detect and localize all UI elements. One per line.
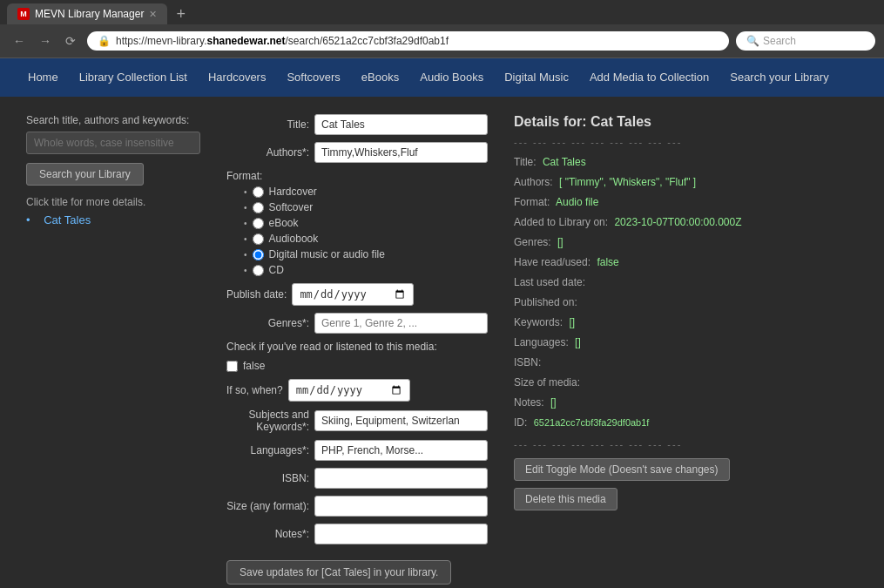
format-ebook: • eBook — [244, 217, 488, 229]
nav-library-collection[interactable]: Library Collection List — [69, 58, 198, 97]
right-panel: Details for: Cat Tales --- --- --- --- -… — [514, 114, 858, 585]
radio-ebook[interactable] — [253, 218, 264, 229]
nav-controls: ← → ⟳ — [9, 32, 80, 50]
isbn-input[interactable] — [314, 468, 488, 489]
subjects-row: Subjects and Keywords*: — [226, 409, 488, 433]
detail-keywords: Keywords: [] — [514, 314, 858, 330]
check-false-label: false — [243, 360, 265, 372]
format-hardcover-label: Hardcover — [269, 186, 317, 198]
search-input[interactable] — [26, 132, 200, 154]
edit-toggle-button[interactable]: Edit Toggle Mode (Doesn't save changes) — [514, 458, 730, 481]
detail-key-isbn: ISBN: — [514, 356, 541, 368]
ifso-label: If so, when? — [226, 384, 283, 396]
detail-val-title: Cat Tales — [543, 156, 586, 168]
detail-key-added: Added to Library on: — [514, 216, 608, 228]
radio-audiobook[interactable] — [253, 233, 264, 245]
bullet-icon: • — [244, 250, 247, 260]
genres-input[interactable] — [314, 313, 488, 334]
url-path: /search/6521a2cc7cbf3fa29df0ab1f — [286, 35, 449, 47]
detail-val-have-read: false — [597, 256, 618, 268]
ifso-date-input[interactable] — [288, 379, 410, 402]
bullet-icon: • — [26, 213, 30, 226]
notes-input[interactable] — [314, 524, 488, 544]
size-input[interactable] — [314, 496, 488, 517]
forward-button[interactable]: → — [35, 32, 56, 50]
bullet-icon: • — [244, 266, 247, 275]
detail-published: Published on: — [514, 294, 858, 310]
url-domain: shanedewar.net — [206, 35, 285, 47]
left-panel: Search title, authors and keywords: Sear… — [26, 114, 200, 585]
save-button[interactable]: Save updates for [Cat Tales] in your lib… — [226, 560, 451, 585]
address-bar[interactable]: 🔒 https://mevn-library.shanedewar.net/se… — [87, 31, 729, 51]
format-hardcover: • Hardcover — [244, 186, 488, 198]
detail-val-id: 6521a2cc7cbf3fa29df0ab1f — [534, 417, 650, 428]
result-link[interactable]: Cat Tales — [37, 213, 91, 226]
bullet-icon: • — [244, 234, 247, 244]
check-false-row: false — [226, 360, 488, 372]
genres-row: Genres*: — [226, 313, 488, 334]
reload-button[interactable]: ⟳ — [61, 32, 80, 50]
browser-search-box[interactable]: 🔍 Search — [736, 31, 875, 51]
url-display: https://mevn-library.shanedewar.net/sear… — [116, 35, 449, 47]
publish-row: Publish date: — [226, 283, 488, 306]
nav-home[interactable]: Home — [17, 58, 69, 97]
authors-row: Authors*: — [226, 142, 488, 163]
tab-close-icon[interactable]: ✕ — [149, 9, 157, 20]
size-label: Size (any format): — [226, 500, 309, 512]
active-tab[interactable]: M MEVN Library Manager ✕ — [7, 3, 167, 24]
format-audiobook-label: Audiobook — [269, 233, 319, 245]
bullet-icon: • — [244, 203, 247, 213]
browser-search-label: Search — [763, 35, 796, 47]
format-softcover: • Softcover — [244, 201, 488, 213]
format-label: Format: — [226, 170, 488, 182]
detail-key-format: Format: — [514, 196, 550, 208]
languages-row: Languages*: — [226, 440, 488, 461]
bullet-icon: • — [244, 187, 247, 197]
detail-have-read: Have read/used: false — [514, 254, 858, 270]
detail-key-published: Published on: — [514, 296, 577, 308]
detail-key-size: Size of media: — [514, 376, 580, 389]
search-library-button[interactable]: Search your Library — [26, 163, 144, 186]
nav-softcovers[interactable]: Softcovers — [276, 58, 350, 97]
radio-hardcover[interactable] — [253, 186, 264, 198]
publish-date-input[interactable] — [292, 283, 414, 306]
authors-input[interactable] — [314, 142, 488, 163]
subjects-input[interactable] — [314, 410, 488, 431]
radio-digital-music[interactable] — [253, 249, 264, 260]
detail-genres: Genres: [] — [514, 234, 858, 250]
detail-notes: Notes: [] — [514, 395, 858, 410]
nav-digital-music[interactable]: Digital Music — [494, 58, 579, 97]
detail-authors: Authors: [ "Timmy", "Whiskers", "Fluf" ] — [514, 174, 858, 190]
authors-label: Authors*: — [226, 146, 309, 159]
detail-val-format: Audio file — [556, 196, 598, 208]
browser-search-icon: 🔍 — [746, 35, 759, 47]
languages-input[interactable] — [314, 440, 488, 461]
tab-favicon: M — [17, 8, 30, 20]
radio-cd[interactable] — [253, 265, 264, 276]
detail-val-authors: [ "Timmy", "Whiskers", "Fluf" ] — [559, 176, 696, 188]
read-checkbox[interactable] — [226, 361, 238, 372]
detail-key-id: ID: — [514, 416, 527, 429]
radio-softcover[interactable] — [253, 202, 264, 213]
tab-title: MEVN Library Manager — [35, 8, 144, 20]
back-button[interactable]: ← — [9, 32, 30, 50]
detail-key-title: Title: — [514, 156, 536, 168]
nav-audiobooks[interactable]: Audio Books — [409, 58, 494, 97]
detail-title: Title: Cat Tales — [514, 154, 858, 170]
publish-label: Publish date: — [226, 288, 287, 301]
format-digital-music-label: Digital music or audio file — [269, 248, 385, 260]
detail-size: Size of media: — [514, 375, 858, 390]
click-hint: Click title for more details. — [26, 196, 200, 208]
tab-bar: M MEVN Library Manager ✕ + — [0, 0, 884, 24]
title-input[interactable] — [314, 114, 488, 135]
nav-add-media[interactable]: Add Media to Collection — [579, 58, 719, 97]
delete-media-button[interactable]: Delete this media — [514, 488, 617, 510]
subjects-label: Subjects and Keywords*: — [226, 409, 309, 433]
format-list: • Hardcover • Softcover • eBook • — [226, 186, 488, 276]
search-label: Search title, authors and keywords: — [26, 114, 200, 126]
new-tab-icon[interactable]: + — [171, 5, 191, 24]
ifso-row: If so, when? — [226, 379, 488, 402]
nav-search-library[interactable]: Search your Library — [719, 58, 839, 97]
nav-ebooks[interactable]: eBooks — [351, 58, 409, 97]
nav-hardcovers[interactable]: Hardcovers — [198, 58, 276, 97]
